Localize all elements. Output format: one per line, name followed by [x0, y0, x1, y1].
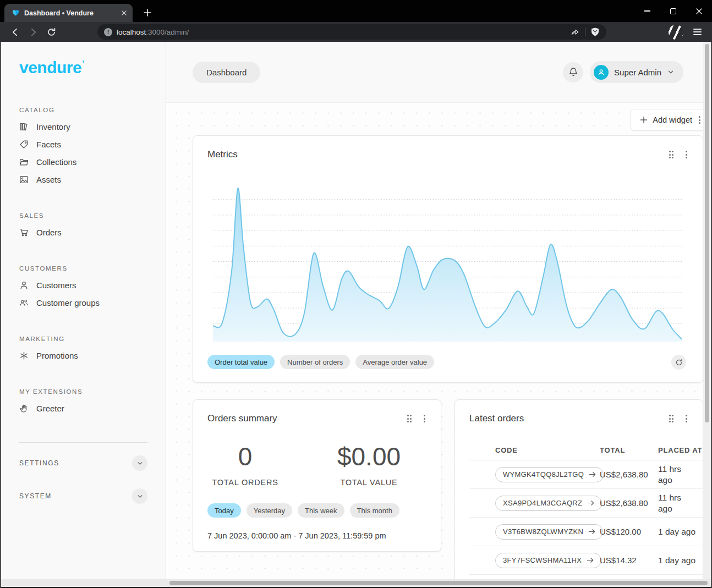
arrow-right-icon — [588, 528, 595, 535]
chip-order-total-value[interactable]: Order total value — [207, 355, 275, 369]
orders-summary-widget: Orders summary 0 TOTAL ORDERS — [193, 399, 441, 552]
forward-button[interactable] — [25, 24, 41, 40]
logo-mark: ’ — [82, 58, 84, 68]
drag-handle-icon[interactable] — [669, 415, 674, 422]
url-bar[interactable]: ! localhost:3000/admin/ — [97, 24, 606, 40]
refresh-button[interactable] — [671, 355, 686, 370]
user-avatar-icon — [594, 65, 609, 80]
sidebar-item-orders[interactable]: Orders — [19, 223, 147, 241]
sidebar-item-label: Facets — [36, 140, 61, 149]
sidebar-section-catalog: CATALOG Inventory Facets Collections Ass… — [19, 107, 147, 188]
sidebar-section-system[interactable]: SYSTEM — [19, 483, 147, 509]
window-close-button[interactable] — [686, 0, 712, 22]
sidebar-item-label: Customer groups — [36, 298, 100, 307]
sidebar-item-assets[interactable]: Assets — [19, 171, 147, 188]
tab-title: Dashboard • Vendure — [24, 9, 117, 17]
chip-this-month[interactable]: This month — [350, 503, 399, 518]
metrics-chart — [213, 184, 682, 342]
vertical-scrollbar[interactable] — [703, 42, 711, 579]
drag-handle-icon[interactable] — [669, 151, 674, 158]
refresh-icon — [675, 359, 683, 366]
section-label: MARKETING — [19, 336, 147, 342]
widget-title: Orders summary — [207, 413, 277, 424]
order-total: US$2,638.80 — [600, 498, 658, 508]
hand-icon — [19, 404, 29, 413]
total-orders-label: TOTAL ORDERS — [193, 478, 297, 487]
reload-button[interactable] — [43, 24, 59, 40]
chevron-down-icon — [136, 460, 144, 467]
tag-icon — [19, 140, 29, 149]
forward-icon — [29, 28, 38, 37]
brave-shield-icon[interactable] — [590, 27, 600, 37]
widget-title: Metrics — [207, 149, 238, 160]
add-widget-menu-button[interactable] — [698, 115, 702, 125]
window-minimize-button[interactable] — [634, 0, 660, 22]
order-code: XSA9PD4LM3CGAQRZ — [503, 499, 582, 507]
table-row: V3T6BW8ZQLWMYZKN US$120.00 1 day ago — [469, 518, 703, 546]
browser-menu-button[interactable] — [689, 24, 705, 40]
chip-today[interactable]: Today — [207, 503, 241, 518]
breadcrumb[interactable]: Dashboard — [193, 62, 260, 83]
url-host: localhost — [117, 28, 146, 36]
dashboard-content: Add widget Metrics — [166, 103, 711, 587]
tab-close-icon[interactable] — [121, 10, 127, 16]
chip-yesterday[interactable]: Yesterday — [247, 503, 292, 518]
chevron-down-icon — [667, 68, 675, 76]
horizontal-scrollbar-thumb[interactable] — [169, 581, 708, 585]
user-name: Super Admin — [614, 68, 661, 77]
sidebar-item-promotions[interactable]: Promotions — [19, 347, 147, 364]
horizontal-scrollbar[interactable] — [1, 579, 711, 587]
order-code-link[interactable]: 3FY7FSCWSHMA11HX — [495, 553, 601, 568]
notifications-button[interactable] — [563, 62, 583, 83]
window-maximize-button[interactable] — [660, 0, 686, 22]
column-placed-at: PLACED AT — [658, 446, 703, 454]
summary-chip-row: Today Yesterday This week This month — [207, 503, 441, 518]
browser-titlebar: Dashboard • Vendure — [0, 0, 712, 22]
sidebar-item-customers[interactable]: Customers — [19, 276, 147, 294]
url-path: :3000/admin/ — [146, 28, 189, 36]
sidebar-item-facets[interactable]: Facets — [19, 135, 147, 153]
book-icon — [19, 122, 29, 131]
users-icon — [19, 298, 29, 307]
sidebar-item-inventory[interactable]: Inventory — [19, 118, 147, 135]
sidebar-item-label: Assets — [36, 175, 61, 184]
share-icon[interactable] — [570, 27, 580, 37]
add-widget-button[interactable]: Add widget — [634, 109, 698, 130]
new-tab-button[interactable] — [139, 4, 156, 21]
settings-expand-button[interactable] — [132, 455, 147, 471]
browser-profile-avatar[interactable] — [669, 25, 683, 40]
order-code-link[interactable]: XSA9PD4LM3CGAQRZ — [495, 496, 602, 511]
site-info-icon[interactable]: ! — [104, 28, 112, 36]
drag-handle-icon[interactable] — [407, 415, 412, 422]
sidebar-item-greeter[interactable]: Greeter — [19, 399, 147, 417]
add-widget-card: Add widget — [631, 109, 709, 131]
chip-this-week[interactable]: This week — [298, 503, 344, 518]
browser-tab[interactable]: Dashboard • Vendure — [4, 4, 133, 22]
order-placed: 1 day ago — [658, 526, 703, 537]
back-button[interactable] — [7, 24, 23, 40]
sidebar-item-customer-groups[interactable]: Customer groups — [19, 294, 147, 311]
logo-text: vendure — [19, 58, 81, 76]
sidebar-section-my-extensions: MY EXTENSIONS Greeter — [19, 388, 147, 417]
metrics-menu-button[interactable] — [684, 150, 688, 160]
section-label: SETTINGS — [19, 459, 59, 467]
chip-number-of-orders[interactable]: Number of orders — [280, 355, 350, 369]
sidebar-item-label: Greeter — [36, 404, 64, 413]
sidebar-item-collections[interactable]: Collections — [19, 153, 147, 171]
sidebar-section-settings[interactable]: SETTINGS — [19, 450, 147, 476]
order-code-link[interactable]: V3T6BW8ZQLWMYZKN — [495, 524, 603, 540]
plus-icon — [640, 116, 648, 124]
sidebar-item-label: Orders — [36, 228, 62, 237]
system-expand-button[interactable] — [132, 488, 147, 504]
vendure-logo[interactable]: vendure’ — [19, 58, 147, 77]
orders-summary-menu-button[interactable] — [423, 414, 426, 424]
sidebar-section-marketing: MARKETING Promotions — [19, 336, 147, 364]
latest-orders-menu-button[interactable] — [684, 414, 688, 424]
metrics-widget: Metrics Order total value Number of orde… — [193, 135, 703, 383]
table-row: XSA9PD4LM3CGAQRZ US$2,638.80 11 hrs ago — [469, 489, 703, 518]
user-menu[interactable]: Super Admin — [590, 61, 683, 83]
chip-average-order-value[interactable]: Average order value — [355, 355, 434, 369]
page: vendure’ CATALOG Inventory Facets Collec… — [0, 42, 712, 588]
order-code-link[interactable]: WYMGK4TQQ8JL2TGQ — [495, 467, 604, 482]
vertical-scrollbar-thumb[interactable] — [705, 44, 709, 422]
